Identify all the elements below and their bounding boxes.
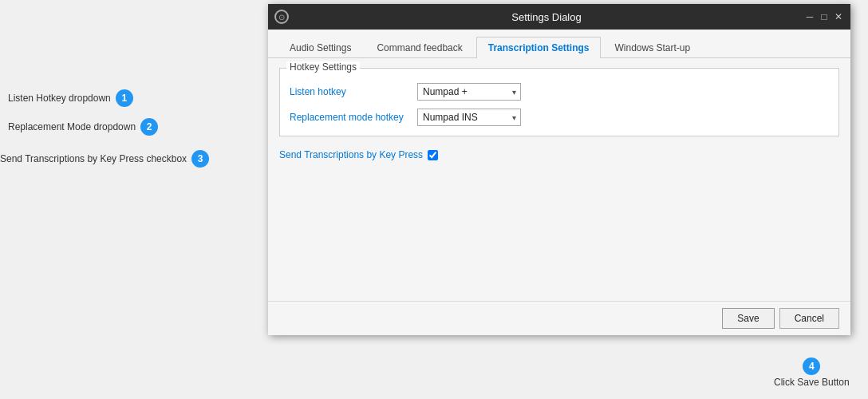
group-box-title: Hotkey Settings	[286, 61, 360, 73]
annotation-4-label: Click Save Button	[774, 377, 850, 388]
annotation-3: Send Transcriptions by Key Press checkbo…	[0, 150, 209, 168]
tab-bar: Audio Settings Command feedback Transcri…	[268, 30, 850, 58]
send-transcriptions-row: Send Transcriptions by Key Press	[279, 149, 839, 160]
annotation-1: Listen Hotkey dropdown 1	[8, 89, 133, 107]
settings-dialog: ⊙ Settings Dialog ─ □ ✕ Audio Settings C…	[268, 4, 850, 335]
annotation-2: Replacement Mode dropdown 2	[8, 118, 158, 136]
replacement-mode-row: Replacement mode hotkey Numpad INS Numpa…	[290, 109, 829, 126]
tab-audio-settings[interactable]: Audio Settings	[278, 37, 363, 58]
maximize-button[interactable]: □	[819, 11, 830, 22]
save-button[interactable]: Save	[722, 308, 774, 329]
hotkey-settings-group: Hotkey Settings Listen hotkey Numpad + N…	[279, 68, 839, 136]
tab-windows-startup[interactable]: Windows Start-up	[602, 37, 702, 58]
annotation-1-label: Listen Hotkey dropdown	[8, 93, 111, 104]
annotation-3-label: Send Transcriptions by Key Press checkbo…	[0, 153, 187, 164]
title-bar: ⊙ Settings Dialog ─ □ ✕	[268, 4, 850, 30]
listen-hotkey-label: Listen hotkey	[290, 86, 417, 97]
annotation-4: 4 Click Save Button	[774, 358, 850, 388]
annotation-bubble-1: 1	[116, 89, 133, 107]
tab-transcription-settings[interactable]: Transcription Settings	[476, 37, 602, 58]
window-controls: ─ □ ✕	[804, 11, 844, 22]
app-icon: ⊙	[274, 10, 289, 24]
annotation-bubble-2: 2	[140, 118, 158, 136]
dialog-footer: Save Cancel	[268, 301, 850, 335]
send-transcriptions-checkbox[interactable]	[428, 150, 438, 160]
minimize-button[interactable]: ─	[804, 11, 815, 22]
send-transcriptions-label: Send Transcriptions by Key Press	[279, 149, 423, 160]
tab-command-feedback[interactable]: Command feedback	[365, 37, 474, 58]
annotation-bubble-3: 3	[191, 150, 209, 168]
replacement-mode-dropdown[interactable]: Numpad INS Numpad DEL Numpad 0 Numpad 1	[417, 109, 521, 126]
listen-hotkey-select-wrapper: Numpad + Numpad - Numpad * Numpad / ▾	[417, 83, 521, 101]
listen-hotkey-dropdown[interactable]: Numpad + Numpad - Numpad * Numpad /	[417, 83, 521, 101]
annotation-bubble-4: 4	[803, 358, 820, 375]
replacement-mode-select-wrapper: Numpad INS Numpad DEL Numpad 0 Numpad 1 …	[417, 109, 521, 126]
replacement-mode-label: Replacement mode hotkey	[290, 112, 417, 123]
dialog-title: Settings Dialog	[289, 11, 804, 23]
listen-hotkey-row: Listen hotkey Numpad + Numpad - Numpad *…	[290, 83, 829, 101]
annotation-2-label: Replacement Mode dropdown	[8, 121, 136, 132]
close-button[interactable]: ✕	[833, 11, 844, 22]
content-area: Hotkey Settings Listen hotkey Numpad + N…	[268, 58, 850, 301]
dialog-body: Audio Settings Command feedback Transcri…	[268, 30, 850, 335]
cancel-button[interactable]: Cancel	[779, 308, 839, 329]
